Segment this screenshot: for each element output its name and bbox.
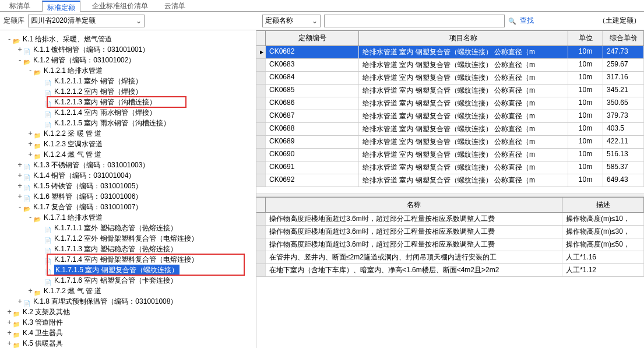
tree-node[interactable]: +K.1.3 不锈钢管（编码：031001003）	[1, 160, 255, 170]
table-row[interactable]: CK0687给排水管道 室内 钢塑复合管（螺纹连接） 公称直径（m10m379.…	[256, 110, 644, 123]
tree-node[interactable]: K.1.2.1.4 室内 雨水钢管（焊接）	[1, 107, 255, 118]
tree-node[interactable]: -K.1.7.1 给排水管道	[1, 212, 255, 223]
tree-node[interactable]: K.1.2.1.5 室内 雨水钢管（沟槽连接）	[1, 118, 255, 128]
expand-icon[interactable]: +	[27, 149, 34, 160]
expand-icon[interactable]: +	[16, 170, 23, 181]
tree-node[interactable]: K.1.7.1.3 室内 塑铝稳态管（热熔连接）	[1, 244, 255, 254]
lib-label: 定额库	[3, 16, 24, 26]
expand-icon[interactable]: +	[6, 328, 13, 338]
expand-icon[interactable]: -	[27, 65, 34, 76]
table-row[interactable]: CK0688给排水管道 室内 钢塑复合管（螺纹连接） 公称直径（m10m403.…	[256, 123, 644, 136]
search-input[interactable]	[324, 15, 505, 27]
filter-value: 定额名称	[265, 16, 293, 26]
col-name[interactable]: 项目名称	[359, 31, 568, 45]
col-price[interactable]: 综合单价	[603, 31, 644, 45]
tree-node[interactable]: +K.3 管道附件	[1, 317, 255, 328]
expand-icon[interactable]: +	[16, 296, 23, 307]
row-indicator	[256, 213, 266, 225]
cell-code: CK0687	[266, 110, 359, 122]
col-unit[interactable]: 单位	[568, 31, 603, 45]
tree-node[interactable]: +K.1.6 塑料管（编码：031001006）	[1, 191, 255, 202]
tree-node[interactable]: +K.1.7.2 燃 气 管 道	[1, 286, 255, 296]
tree-panel[interactable]: -K.1 给排水、采暖、燃气管道+K.1.1 镀锌钢管（编码：031001001…	[0, 30, 256, 348]
table-row[interactable]: CK0683给排水管道 室内 钢塑复合管（螺纹连接） 公称直径（m10m259.…	[256, 59, 644, 72]
lib-select[interactable]: 四川省2020清单定额 ⌄	[28, 15, 145, 27]
expand-icon[interactable]: -	[16, 55, 23, 65]
folder-icon	[34, 151, 42, 158]
expand-icon[interactable]: +	[6, 317, 13, 328]
tab-2[interactable]: 企业标准组价清单	[87, 0, 153, 11]
filter-select[interactable]: 定额名称 ⌄	[262, 15, 321, 27]
table-row[interactable]: 在地下室内（含地下车库）、暗室内、净高<1.6m楼层、断面<4m2且>2m2人工…	[256, 264, 644, 277]
cell-desc: 人工*1.12	[562, 264, 644, 276]
expand-icon[interactable]: +	[16, 44, 23, 55]
tree-node[interactable]: K.1.7.1.2 室外 钢骨架塑料复合管（电熔连接）	[1, 233, 255, 244]
tree-node[interactable]: K.1.7.1.1 室外 塑铝稳态管（热熔连接）	[1, 223, 255, 233]
main-grid[interactable]: 定额编号 项目名称 单位 综合单价 CK0682给排水管道 室内 钢塑复合管（螺…	[256, 30, 644, 194]
tree-node[interactable]: +K.1.8 直埋式预制保温管（编码：031001008）	[1, 296, 255, 307]
cell-name: 给排水管道 室内 钢塑复合管（螺纹连接） 公称直径（m	[359, 46, 568, 58]
cell-name: 在地下室内（含地下车库）、暗室内、净高<1.6m楼层、断面<4m2且>2m2	[266, 264, 562, 276]
expand-icon[interactable]: -	[27, 212, 34, 223]
table-row[interactable]: CK0692给排水管道 室内 钢塑复合管（螺纹连接） 公称直径（m10m649.…	[256, 174, 644, 187]
table-row[interactable]: CK0682给排水管道 室内 钢塑复合管（螺纹连接） 公称直径（m10m247.…	[256, 46, 644, 59]
tree-node[interactable]: K.1.2.1.2 室内 钢管（焊接）	[1, 86, 255, 97]
expand-icon[interactable]: +	[27, 128, 34, 139]
tree-node[interactable]: -K.1.2 钢管（编码：031001002）	[1, 55, 255, 65]
cell-name: 给排水管道 室内 钢塑复合管（螺纹连接） 公称直径（m	[359, 97, 568, 110]
tree-node[interactable]: K.1.7.1.6 室内 铝塑复合管（卡套连接）	[1, 275, 255, 286]
tree-node[interactable]: +K.1.2.4 燃 气 管 道	[1, 149, 255, 160]
tab-3[interactable]: 云清单	[160, 0, 190, 11]
expand-icon[interactable]: -	[6, 34, 13, 44]
tree-node[interactable]: +K.1.4 铜管（编码：031001004）	[1, 170, 255, 181]
file-icon	[44, 109, 52, 116]
table-row[interactable]: 操作物高度距楼地面超过3.6m时，超过部分工程量按相应系数调整人工费操作物高度(…	[256, 238, 644, 251]
detail-col-name[interactable]: 名称	[266, 198, 562, 212]
expand-icon[interactable]: +	[27, 139, 34, 149]
table-row[interactable]: CK0684给排水管道 室内 钢塑复合管（螺纹连接） 公称直径（m10m317.…	[256, 72, 644, 85]
tree-label: K.2 支架及其他	[23, 307, 70, 317]
tree-node[interactable]: +K.1.2.3 空调水管道	[1, 139, 255, 149]
expand-icon[interactable]: +	[16, 160, 23, 170]
table-row[interactable]: 操作物高度距楼地面超过3.6m时，超过部分工程量按相应系数调整人工费操作物高度(…	[256, 226, 644, 238]
tree-node[interactable]: -K.1 给排水、采暖、燃气管道	[1, 34, 255, 44]
tree-node[interactable]: K.1.2.1.3 室内 钢管（沟槽连接）	[1, 97, 255, 107]
table-row[interactable]: CK0685给排水管道 室内 钢塑复合管（螺纹连接） 公称直径（m10m345.…	[256, 85, 644, 97]
expand-icon[interactable]: +	[16, 191, 23, 202]
tree-node[interactable]: -K.1.2.1 给排水管道	[1, 65, 255, 76]
expand-icon[interactable]: +	[16, 181, 23, 191]
table-row[interactable]: CK0690给排水管道 室内 钢塑复合管（螺纹连接） 公称直径（m10m516.…	[256, 149, 644, 161]
tab-0[interactable]: 标清单	[5, 0, 35, 11]
tree-node[interactable]: K.1.7.1.4 室内 钢骨架塑料复合管（电熔连接）	[1, 254, 255, 265]
row-indicator	[256, 264, 266, 276]
tree-node[interactable]: K.1.7.1.5 室内 钢塑复合管（螺纹连接）	[1, 265, 255, 275]
expand-icon[interactable]: -	[16, 202, 23, 212]
tree-label: K.4 卫生器具	[23, 328, 63, 338]
tree-node[interactable]: +K.1.1 镀锌钢管（编码：031001001）	[1, 44, 255, 55]
find-button[interactable]: 查找	[520, 16, 534, 26]
detail-col-desc[interactable]: 描述	[562, 198, 644, 212]
tree-node[interactable]: +K.2 支架及其他	[1, 307, 255, 317]
tree-node[interactable]: -K.1.7 复合管（编码：031001007）	[1, 202, 255, 212]
file-icon	[44, 88, 52, 95]
col-code[interactable]: 定额编号	[266, 31, 359, 45]
tree-node[interactable]: +K.1.5 铸铁管（编码：031001005）	[1, 181, 255, 191]
tree-node[interactable]: +K.4 卫生器具	[1, 328, 255, 338]
table-row[interactable]: CK0691给排水管道 室内 钢塑复合管（螺纹连接） 公称直径（m10m585.…	[256, 161, 644, 174]
cell-price: 403.5	[603, 123, 644, 135]
tree-node[interactable]: K.1.2.1.1 室外 钢管（焊接）	[1, 76, 255, 86]
cell-name: 给排水管道 室内 钢塑复合管（螺纹连接） 公称直径（m	[359, 136, 568, 148]
detail-grid[interactable]: 名称 描述 操作物高度距楼地面超过3.6m时，超过部分工程量按相应系数调整人工费…	[256, 197, 644, 348]
row-indicator	[256, 46, 266, 58]
expand-icon[interactable]: +	[6, 307, 13, 317]
table-row[interactable]: 在管井内、竖井内、断面≤2m2隧道或洞内、封闭吊顶天棚内进行安装的工人工*1.1…	[256, 251, 644, 264]
tree-label: K.1 给排水、采暖、燃气管道	[23, 34, 112, 44]
tree-node[interactable]: +K.1.2.2 采 暖 管 道	[1, 128, 255, 139]
table-row[interactable]: 操作物高度距楼地面超过3.6m时，超过部分工程量按相应系数调整人工费操作物高度(…	[256, 213, 644, 226]
expand-icon[interactable]: +	[6, 338, 13, 348]
table-row[interactable]: CK0686给排水管道 室内 钢塑复合管（螺纹连接） 公称直径（m10m350.…	[256, 97, 644, 110]
expand-icon[interactable]: +	[27, 286, 34, 296]
table-row[interactable]: CK0689给排水管道 室内 钢塑复合管（螺纹连接） 公称直径（m10m422.…	[256, 136, 644, 149]
tab-1[interactable]: 标准定额	[42, 1, 80, 12]
tree-node[interactable]: +K.5 供暖器具	[1, 338, 255, 348]
